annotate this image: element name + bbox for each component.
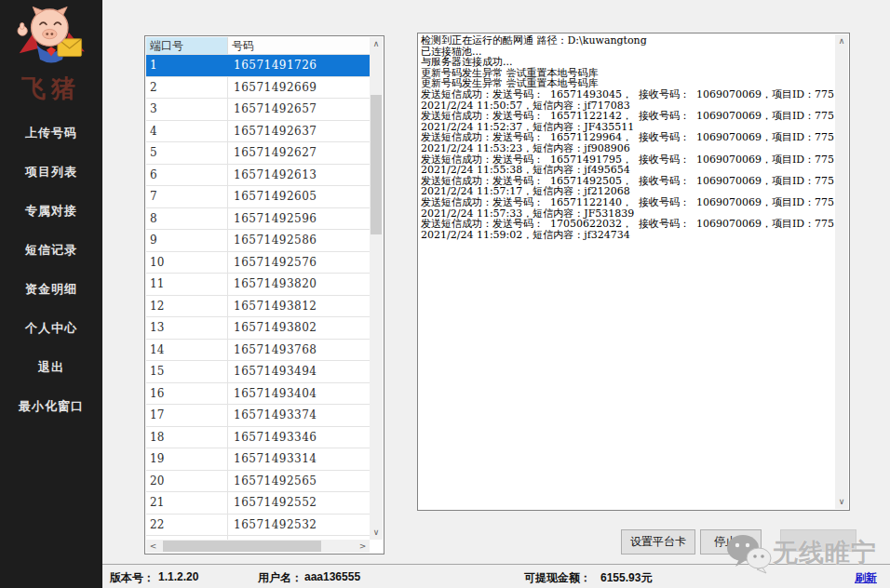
- number-cell: 16571492669: [228, 77, 370, 99]
- log-line: 检测到正在运行的酷网通 路径：D:\kuwangtong: [421, 35, 834, 47]
- table-row[interactable]: 1916571493314: [146, 448, 370, 471]
- table-row[interactable]: 2216571492532: [146, 514, 370, 537]
- table-row[interactable]: 116571491726: [146, 55, 370, 77]
- number-cell: 16571492552: [228, 492, 370, 514]
- number-cell: 16571492613: [228, 165, 370, 186]
- version-value: 1.1.2.20: [158, 570, 198, 583]
- log-line: 2021/2/24 11:55:38，短信内容：jf495654: [421, 165, 834, 176]
- table-horizontal-scrollbar[interactable]: < >: [146, 540, 370, 553]
- sidebar-item-personal-center[interactable]: 个人中心: [0, 309, 102, 348]
- table-row[interactable]: 1516571493494: [146, 361, 370, 383]
- table-row[interactable]: 1016571492576: [146, 252, 370, 274]
- sidebar-item-exclusive-dock[interactable]: 专属对接: [0, 192, 102, 231]
- table-row[interactable]: 516571492627: [146, 142, 370, 165]
- column-header-port[interactable]: 端口号: [146, 37, 228, 54]
- sidebar-item-upload-numbers[interactable]: 上传号码: [0, 114, 102, 153]
- column-header-number[interactable]: 号码: [228, 37, 370, 54]
- port-cell: 16: [146, 383, 228, 405]
- number-cell: 16571492627: [228, 142, 370, 164]
- number-cell: 16571492576: [228, 252, 370, 274]
- port-cell: 7: [146, 186, 228, 207]
- table-row[interactable]: 916571492586: [146, 230, 370, 252]
- number-cell: 16571493374: [228, 405, 370, 426]
- number-cell: 16571493404: [228, 383, 370, 405]
- port-cell: 19: [146, 448, 228, 470]
- number-cell: 16571493346: [228, 427, 370, 448]
- log-vertical-scrollbar[interactable]: ∧ ∨: [835, 34, 848, 509]
- port-cell: 4: [146, 121, 228, 142]
- log-line: 2021/2/24 11:59:02，短信内容：jf324734: [421, 230, 834, 241]
- table-row[interactable]: 316571492657: [146, 99, 370, 121]
- table-row[interactable]: 216571492669: [146, 77, 370, 100]
- port-cell: 12: [146, 296, 228, 317]
- port-cell: 18: [146, 427, 228, 448]
- table-row[interactable]: 1116571493820: [146, 274, 370, 296]
- scroll-up-icon[interactable]: ∧: [835, 34, 848, 48]
- table-row[interactable]: 1216571493812: [146, 296, 370, 318]
- scrollbar-thumb[interactable]: [163, 541, 321, 552]
- number-cell: 16571492637: [228, 121, 370, 142]
- balance-value: 6155.93元: [600, 570, 652, 586]
- port-cell: 3: [146, 99, 228, 120]
- table-row[interactable]: 2016571492565: [146, 471, 370, 493]
- table-vertical-scrollbar[interactable]: ∧ ∨: [370, 37, 383, 540]
- number-cell: 16571492657: [228, 99, 370, 120]
- table-row[interactable]: 1716571493374: [146, 405, 370, 427]
- number-cell: 16571491726: [228, 55, 370, 76]
- set-platform-card-button[interactable]: 设置平台卡: [621, 529, 695, 555]
- port-cell: 21: [146, 492, 228, 514]
- scroll-down-icon[interactable]: ∨: [370, 526, 383, 540]
- table-row[interactable]: 416571492637: [146, 121, 370, 143]
- sms-log-panel: 检测到正在运行的酷网通 路径：D:\kuwangtong已连接猫池...与服务器…: [417, 33, 850, 511]
- sidebar-item-minimize-window[interactable]: 最小化窗口: [0, 387, 102, 426]
- table-row[interactable]: 1816571493346: [146, 427, 370, 449]
- scroll-right-icon[interactable]: >: [356, 540, 370, 553]
- sidebar-item-sms-records[interactable]: 短信记录: [0, 231, 102, 270]
- table-row[interactable]: 816571492596: [146, 208, 370, 231]
- stop-button[interactable]: 停止服: [700, 529, 762, 555]
- table-row[interactable]: 2116571492552: [146, 492, 370, 514]
- app-logo: 飞猪: [0, 4, 102, 105]
- number-cell: 16571493820: [228, 274, 370, 295]
- sidebar: 飞猪 上传号码 项目列表 专属对接 短信记录 资金明细 个人中心 退出 最小化窗…: [0, 0, 102, 588]
- port-cell: 2: [146, 77, 228, 99]
- log-line: 2021/2/24 11:53:23，短信内容：jf908906: [421, 143, 834, 154]
- port-cell: 14: [146, 340, 228, 361]
- port-cell: 11: [146, 274, 228, 295]
- scroll-up-icon[interactable]: ∧: [370, 37, 383, 51]
- balance-label: 可提现金额：: [524, 570, 591, 586]
- flying-pig-logo-icon: [11, 4, 91, 71]
- sidebar-item-fund-details[interactable]: 资金明细: [0, 270, 102, 309]
- number-cell: 16571492532: [228, 514, 370, 536]
- sidebar-item-project-list[interactable]: 项目列表: [0, 153, 102, 192]
- table-row[interactable]: 1316571493802: [146, 317, 370, 340]
- number-cell: 16571492586: [228, 230, 370, 251]
- port-cell: 10: [146, 252, 228, 274]
- log-lines: 检测到正在运行的酷网通 路径：D:\kuwangtong已连接猫池...与服务器…: [421, 35, 834, 508]
- obscured-button[interactable]: [780, 529, 856, 552]
- port-number-table: 端口号 号码 116571491726216571492669316571492…: [144, 35, 384, 555]
- sidebar-item-logout[interactable]: 退出: [0, 348, 102, 387]
- table-row[interactable]: 1416571493768: [146, 340, 370, 362]
- scroll-down-icon[interactable]: ∨: [835, 495, 848, 509]
- number-cell: 16571492605: [228, 186, 370, 207]
- table-row[interactable]: 716571492605: [146, 186, 370, 208]
- port-cell: 15: [146, 361, 228, 382]
- table-row[interactable]: 616571492613: [146, 165, 370, 187]
- number-cell: 16571493768: [228, 340, 370, 361]
- number-cell: 16571492565: [228, 471, 370, 492]
- number-cell: 16571493802: [228, 317, 370, 339]
- version-label: 版本号：: [110, 570, 155, 586]
- port-cell: 6: [146, 165, 228, 186]
- table-row[interactable]: 1616571493404: [146, 383, 370, 406]
- logo-title: 飞猪: [0, 73, 102, 105]
- port-cell: 5: [146, 142, 228, 164]
- port-table-body: 1165714917262165714926693165714926574165…: [146, 55, 370, 540]
- sidebar-menu: 上传号码 项目列表 专属对接 短信记录 资金明细 个人中心 退出 最小化窗口: [0, 114, 102, 426]
- number-cell: 16571493812: [228, 296, 370, 317]
- scroll-left-icon[interactable]: <: [146, 540, 160, 553]
- port-cell: 17: [146, 405, 228, 426]
- log-line: 发送短信成功：发送号码： 16571493045， 接收号码： 10690700…: [421, 89, 834, 100]
- refresh-link[interactable]: 刷新: [855, 570, 877, 586]
- scrollbar-thumb[interactable]: [371, 95, 382, 234]
